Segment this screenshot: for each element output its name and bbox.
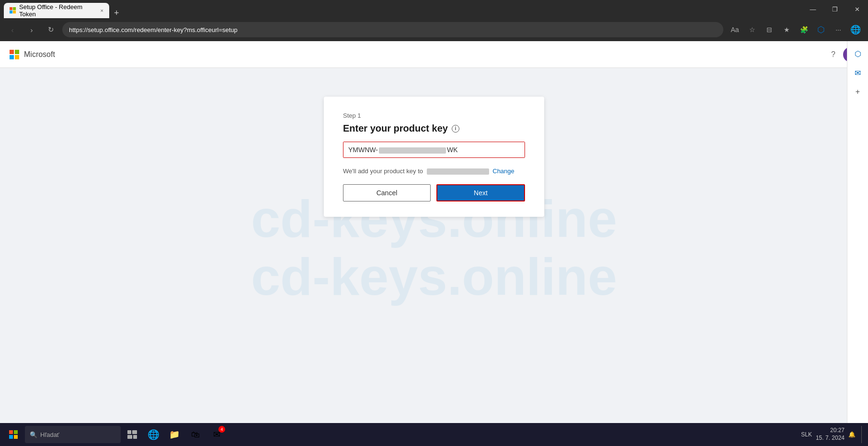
- favorites-icon[interactable]: ☆: [744, 22, 760, 37]
- edge-icon[interactable]: 🌐: [848, 22, 863, 37]
- ms-sq-green: [15, 50, 19, 54]
- ms-sq-red: [10, 50, 14, 54]
- taskbar-explorer-icon[interactable]: 📁: [165, 425, 184, 444]
- product-key-input[interactable]: [463, 142, 525, 157]
- account-info-prefix: We'll add your product key to: [343, 167, 423, 175]
- svg-rect-11: [133, 435, 137, 439]
- outlook-sidebar-icon[interactable]: ✉: [849, 64, 867, 81]
- ms-header: Microsoft ?: [0, 41, 868, 68]
- read-aloud-icon[interactable]: Aa: [727, 22, 742, 37]
- ms-logo-squares: [10, 50, 19, 59]
- svg-rect-1: [13, 7, 16, 10]
- button-row: Cancel Next: [343, 184, 525, 201]
- card-title-text: Enter your product key: [343, 123, 448, 134]
- main-content: cd-keys.onlinecd-keys.online Step 1 Ente…: [0, 68, 868, 427]
- taskbar-task-view[interactable]: [123, 425, 142, 444]
- address-input[interactable]: [62, 22, 723, 37]
- svg-rect-8: [127, 430, 131, 434]
- taskbar-search-icon: 🔍: [30, 431, 37, 438]
- svg-rect-4: [9, 430, 13, 434]
- taskbar-time: 20:27 15. 7. 2024: [816, 427, 845, 442]
- account-email-blurred: [427, 168, 489, 175]
- svg-rect-0: [10, 7, 12, 10]
- svg-rect-7: [14, 435, 18, 439]
- ms-logo-text: Microsoft: [24, 50, 55, 59]
- product-key-input-wrapper: YMWNW-WK: [343, 142, 525, 158]
- new-tab-button[interactable]: +: [109, 8, 124, 18]
- taskbar-mail-icon[interactable]: ✉ 4: [207, 425, 226, 444]
- next-button[interactable]: Next: [436, 184, 525, 201]
- back-button[interactable]: ‹: [5, 22, 20, 37]
- product-key-card: Step 1 Enter your product key i YMWNW-WK…: [324, 97, 544, 217]
- account-info: We'll add your product key to Change: [343, 167, 525, 175]
- split-view-icon[interactable]: ⊟: [762, 22, 777, 37]
- browser-extensions-icon[interactable]: 🧩: [796, 22, 811, 37]
- ms-sq-yellow: [15, 55, 19, 59]
- taskbar-notifications[interactable]: 🔔: [848, 431, 856, 438]
- svg-rect-6: [9, 435, 13, 439]
- taskbar-date: 15. 7. 2024: [816, 435, 845, 442]
- tab-label: Setup Office - Redeem Token: [19, 3, 95, 18]
- taskbar-edge-icon[interactable]: 🌐: [144, 425, 163, 444]
- minimize-button[interactable]: —: [802, 0, 824, 18]
- forward-button[interactable]: ›: [24, 22, 39, 37]
- taskbar-lang: SLK: [801, 431, 812, 438]
- step-label: Step 1: [343, 112, 525, 119]
- info-icon[interactable]: i: [452, 125, 459, 133]
- svg-rect-3: [13, 11, 16, 13]
- browser-chrome: Setup Office - Redeem Token × + — ❐ ✕ ‹ …: [0, 0, 868, 41]
- start-button[interactable]: [4, 425, 23, 444]
- toolbar-actions: Aa ☆ ⊟ ★ 🧩 ⬡ ··· 🌐: [727, 22, 863, 37]
- change-account-link[interactable]: Change: [492, 167, 514, 175]
- tab-close-btn[interactable]: ×: [101, 8, 103, 13]
- copilot-sidebar-icon[interactable]: ⬡: [849, 45, 867, 62]
- svg-rect-9: [132, 430, 137, 434]
- copilot-icon[interactable]: ⬡: [813, 22, 829, 37]
- card-title: Enter your product key i: [343, 123, 525, 134]
- more-options-icon[interactable]: ···: [831, 22, 846, 37]
- tab-favicon: [10, 7, 16, 14]
- taskbar-right: SLK 20:27 15. 7. 2024 🔔: [801, 426, 864, 443]
- collections-icon[interactable]: ★: [779, 22, 794, 37]
- taskbar-search[interactable]: 🔍 Hľadať: [25, 426, 121, 443]
- close-window-button[interactable]: ✕: [846, 0, 868, 18]
- taskbar: 🔍 Hľadať 🌐 📁 🛍 ✉ 4 SLK 20:27 15. 7. 2024…: [0, 423, 868, 446]
- active-tab[interactable]: Setup Office - Redeem Token ×: [4, 3, 109, 18]
- tab-bar: Setup Office - Redeem Token × + — ❐ ✕: [0, 0, 868, 18]
- help-button[interactable]: ?: [831, 50, 835, 59]
- taskbar-store-icon[interactable]: 🛍: [186, 425, 205, 444]
- taskbar-show-desktop[interactable]: [861, 426, 864, 443]
- window-controls: — ❐ ✕: [802, 0, 868, 18]
- taskbar-search-label: Hľadať: [40, 431, 59, 438]
- address-bar: ‹ › ↻ Aa ☆ ⊟ ★ 🧩 ⬡ ··· 🌐: [0, 18, 868, 41]
- maximize-button[interactable]: ❐: [824, 0, 846, 18]
- svg-rect-2: [10, 11, 12, 13]
- cancel-button[interactable]: Cancel: [343, 184, 431, 201]
- product-key-partial: YMWNW-WK: [343, 142, 463, 157]
- taskbar-clock: 20:27: [816, 427, 845, 435]
- svg-rect-10: [127, 435, 132, 439]
- ms-sq-blue: [10, 55, 14, 59]
- refresh-button[interactable]: ↻: [43, 22, 58, 37]
- add-sidebar-icon[interactable]: +: [849, 83, 867, 100]
- ms-logo: Microsoft: [10, 50, 55, 59]
- svg-rect-5: [14, 430, 18, 434]
- sidebar-right: ⬡ ✉ +: [847, 41, 868, 423]
